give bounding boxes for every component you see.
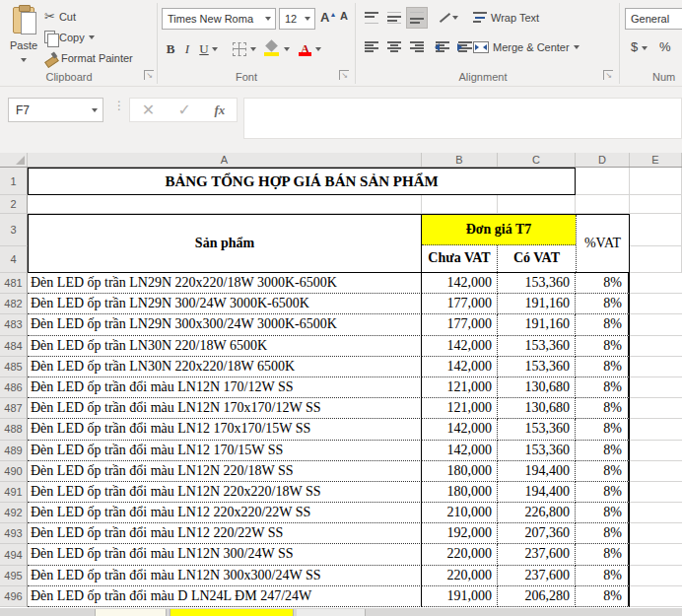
cell-price-with-vat[interactable]: 226,800	[498, 503, 576, 523]
cut-button[interactable]: ✂ Cut	[44, 7, 76, 26]
align-right-button[interactable]	[406, 36, 428, 58]
accounting-format-button[interactable]: $	[631, 39, 648, 54]
column-header-a[interactable]: A	[28, 153, 422, 167]
cell-empty[interactable]	[576, 195, 630, 214]
orientation-button[interactable]	[435, 7, 462, 29]
cell-vat-percent[interactable]: 8%	[576, 503, 630, 523]
column-header-e[interactable]: E	[630, 153, 682, 167]
cell-price-with-vat[interactable]: 191,160	[498, 314, 576, 335]
cell-vat-percent[interactable]: 8%	[576, 523, 630, 544]
header-vat-percent-cell[interactable]: %VAT	[576, 215, 629, 272]
row-header[interactable]: 490	[0, 461, 28, 482]
name-box-caret[interactable]	[87, 99, 102, 121]
cell-product-name[interactable]: Đèn LED ốp trần LN29N 300x300/24W 3000K-…	[28, 314, 422, 335]
cell-product-name[interactable]: Đèn LED ốp trần LN30N 220/18W 6500K	[28, 336, 422, 357]
cell-vat-percent[interactable]: 8%	[576, 377, 630, 398]
row-header[interactable]: 3	[0, 214, 28, 246]
alignment-dialog-launcher[interactable]: ↘	[603, 70, 613, 80]
cell-price-with-vat[interactable]: 191,160	[498, 294, 576, 314]
paste-button[interactable]: Paste	[4, 4, 43, 79]
sheet-tab-active-yellow[interactable]	[170, 609, 294, 616]
underline-button[interactable]: U	[196, 39, 212, 59]
cell-empty[interactable]	[630, 195, 682, 214]
number-format-select[interactable]: General	[625, 8, 682, 30]
cell-vat-percent[interactable]: 8%	[576, 314, 630, 335]
cell-vat-percent[interactable]: 8%	[576, 294, 630, 314]
name-box[interactable]: F7	[8, 98, 103, 122]
cell-vat-percent[interactable]: 8%	[576, 544, 630, 565]
cell-vat-percent[interactable]: 8%	[576, 482, 630, 503]
header-product-cell[interactable]: Sản phẩm	[29, 215, 422, 272]
cell-price-before-vat[interactable]: 142,000	[422, 336, 498, 357]
cell-vat-percent[interactable]: 8%	[576, 336, 630, 357]
cell-empty[interactable]	[630, 336, 682, 357]
row-header[interactable]: 493	[0, 523, 28, 544]
sheet-tab[interactable]	[95, 609, 167, 616]
cell-price-before-vat[interactable]: 210,000	[422, 503, 498, 523]
cell-price-before-vat[interactable]: 177,000	[422, 294, 498, 314]
select-all-corner[interactable]	[0, 153, 28, 167]
row-header[interactable]: 489	[0, 441, 28, 461]
cell-empty[interactable]	[630, 377, 682, 398]
cell-price-with-vat[interactable]: 153,360	[498, 441, 576, 461]
row-header[interactable]: 485	[0, 357, 28, 377]
cell-price-before-vat[interactable]: 220,000	[422, 566, 498, 586]
cell-price-before-vat[interactable]: 220,000	[422, 544, 498, 565]
row-header[interactable]: 2	[0, 195, 28, 214]
cell-empty[interactable]	[630, 246, 682, 273]
cell-product-name[interactable]: Đèn LED ốp trần đổi màu LN12N 300x300/24…	[28, 566, 422, 586]
cell-product-name[interactable]: Đèn LED ốp trần đổi màu LN12N 170/12W SS	[28, 377, 422, 398]
cell-product-name[interactable]: Đèn LED ốp trần đổi màu LN12N 170x170/12…	[28, 398, 422, 419]
font-dialog-launcher[interactable]: ↘	[339, 70, 349, 80]
cell-product-name[interactable]: Đèn LED ốp trần đổi màu LN12 170x170/15W…	[28, 419, 422, 440]
cell-price-with-vat[interactable]: 237,600	[498, 566, 576, 586]
align-middle-button[interactable]	[383, 7, 405, 29]
formula-input[interactable]	[243, 98, 682, 139]
cell-price-with-vat[interactable]: 153,360	[498, 336, 576, 357]
copy-button[interactable]: Copy	[44, 28, 95, 46]
font-color-dropdown-caret[interactable]	[315, 47, 321, 51]
paste-dropdown-caret[interactable]	[21, 58, 27, 62]
wrap-text-button[interactable]: Wrap Text	[473, 7, 539, 29]
cell-product-name[interactable]: Đèn LED ốp trần LN29N 220x220/18W 3000K-…	[28, 273, 422, 294]
cell-empty[interactable]	[630, 586, 682, 607]
merge-center-button[interactable]: Merge & Center	[473, 36, 580, 58]
align-top-button[interactable]	[361, 7, 382, 29]
underline-dropdown-caret[interactable]	[212, 47, 218, 51]
cell-empty[interactable]	[28, 195, 422, 214]
row-header[interactable]: 482	[0, 294, 28, 314]
cell-empty[interactable]	[498, 195, 576, 214]
row-header[interactable]: 491	[0, 482, 28, 503]
row-header[interactable]: 483	[0, 314, 28, 335]
align-center-button[interactable]	[383, 36, 405, 58]
cell-price-before-vat[interactable]: 142,000	[422, 419, 498, 440]
align-bottom-button[interactable]	[406, 7, 428, 29]
cell-vat-percent[interactable]: 8%	[576, 398, 630, 419]
cell-empty[interactable]	[630, 357, 682, 377]
borders-icon[interactable]	[233, 42, 246, 56]
cell-product-name[interactable]: Đèn LED ốp trần LN30N 220x220/18W 6500K	[28, 357, 422, 377]
cell-empty[interactable]	[630, 503, 682, 523]
cell-price-before-vat[interactable]: 121,000	[422, 377, 498, 398]
fill-color-icon[interactable]	[264, 40, 280, 56]
cell-empty[interactable]	[630, 566, 682, 586]
decrease-indent-button[interactable]	[432, 36, 453, 58]
increase-font-size-button[interactable]: A▲	[320, 10, 336, 25]
cell-product-name[interactable]: Đèn LED ốp trần đổi màu LN12N 220x220/18…	[28, 482, 422, 503]
header-co-vat-cell[interactable]: Có VAT	[498, 245, 576, 273]
row-header[interactable]: 481	[0, 273, 28, 294]
column-header-b[interactable]: B	[422, 153, 498, 167]
cell-price-before-vat[interactable]: 191,000	[422, 586, 498, 607]
cell-empty[interactable]	[630, 482, 682, 503]
row-header[interactable]: 495	[0, 566, 28, 586]
row-header[interactable]: 486	[0, 377, 28, 398]
cell-price-before-vat[interactable]: 180,000	[422, 482, 498, 503]
sheet-title-cell[interactable]: BẢNG TỔNG HỢP GIÁ BÁN SẢN PHẨM	[28, 168, 576, 195]
copy-dropdown-caret[interactable]	[89, 35, 95, 39]
fill-color-dropdown-caret[interactable]	[284, 47, 290, 51]
cell-vat-percent[interactable]: 8%	[576, 441, 630, 461]
clipboard-dialog-launcher[interactable]: ↘	[144, 70, 154, 80]
cell-product-name[interactable]: Đèn LED ốp trần đổi màu LN12 220x220/22W…	[28, 503, 422, 523]
cell-product-name[interactable]: Đèn LED ốp trần đổi màu LN12 170/15W SS	[28, 441, 422, 461]
cell-price-with-vat[interactable]: 153,360	[498, 419, 576, 440]
